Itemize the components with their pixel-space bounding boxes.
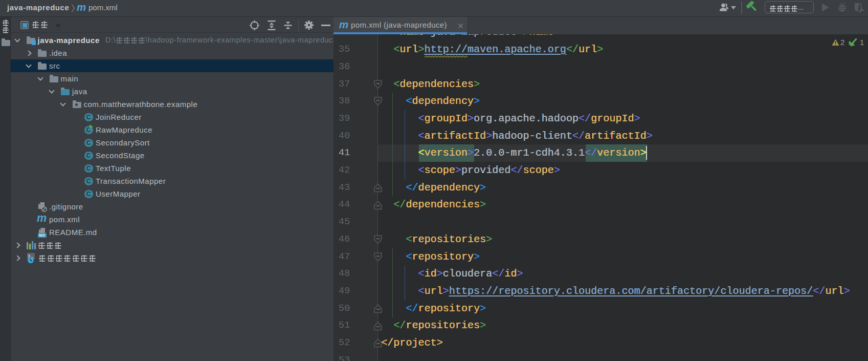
svg-text:MD: MD [39, 233, 46, 238]
